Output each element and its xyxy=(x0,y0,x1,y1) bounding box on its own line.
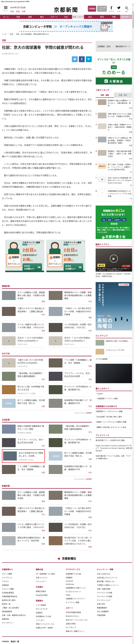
footer-link[interactable]: 子宮頸がん啓発キャンペーン xyxy=(97,583,129,587)
article-list-item[interactable]: 京都新聞旧７３１部隊巡る検証、京大側改めて否定「新たな…京都 xyxy=(49,449,92,463)
ranking-item[interactable]: 5新型肺炎、中国人観光客の接客で感染？ 京都で２人目、状態は安定市内 xyxy=(96,148,132,162)
subscriber-support-link[interactable]: 購読者様サポート xyxy=(116,45,130,48)
footer-link[interactable]: トマト倶楽部 xyxy=(36,603,63,607)
article-list-item[interactable]: 知らないと損！500円程度で株主になる方法PR(SBIネオモバイル証券) xyxy=(2,383,45,397)
footer-link[interactable]: Twitter xyxy=(66,594,94,597)
notice-item[interactable]: 【文化会館】3月の催し物のご案内 xyxy=(96,414,132,420)
footer-link[interactable]: 京都碁所 xyxy=(66,576,94,580)
footer-link[interactable]: 新春びわこ健康マラソン xyxy=(66,629,94,633)
nav-item-京都[interactable]: 京都 xyxy=(12,15,24,19)
article-list-item[interactable]: ネパール国籍女と共謀、虚偽書類を入管に提出 行政書士の男を起訴地域 xyxy=(2,289,45,305)
article-list-item[interactable]: 関西財界セミナーが開幕 経営者ら経済転換期の新しい企業像模索市内 xyxy=(49,489,92,505)
nav-item-経済[interactable]: 経済 xyxy=(96,15,108,19)
facebook-link[interactable]: f Facebook xyxy=(108,6,114,12)
footer-link[interactable]: マイベストジョブ xyxy=(97,598,129,602)
breadcrumb-item[interactable]: 社説 xyxy=(10,33,13,35)
category-tag[interactable]: 地域 xyxy=(64,516,92,518)
category-tag[interactable]: 市内 xyxy=(108,158,132,160)
ad-info-icon[interactable]: ⓘ xyxy=(130,282,131,284)
ranking-item[interactable]: 2京都で新型コロナウイルス感染の２人目 中国籍の20代男性市内 xyxy=(96,111,132,122)
article-category[interactable]: 京都 xyxy=(2,39,92,42)
footer-link[interactable]: エリアマップ xyxy=(2,576,33,580)
category-tag[interactable]: 地域 xyxy=(64,546,92,548)
footer-link[interactable]: 京都私立中学・高校展 xyxy=(36,626,63,630)
ranking-item[interactable]: 7忘日本人の忘れもの知恵会議【次世代へのメッセージ】Things to inhe… xyxy=(96,175,132,188)
kcg-banner-ad[interactable]: 京都コンピュータ学院 ≫ オープンキャンパス開催中 制作：ガイナックス xyxy=(19,21,113,32)
category-tag[interactable]: 京都 xyxy=(64,365,92,367)
breadcrumb-item[interactable]: トップ xyxy=(2,33,7,35)
footer-link[interactable]: パシャッP〜！ xyxy=(36,580,63,583)
category-tag[interactable]: 市内 xyxy=(64,431,92,433)
msad-insurance-ad[interactable]: ⓘ ✕新保険料に変わりました三井ダイレクト損保MS&AD INSURANCE G… xyxy=(46,240,85,272)
nav-item-社会[interactable]: 社会 xyxy=(60,15,72,19)
category-tag[interactable]: 市内 xyxy=(108,107,132,110)
footer-link[interactable]: 京料理味めぐりの会 xyxy=(36,614,63,618)
nav-item-ホーム[interactable]: ホーム xyxy=(0,15,12,19)
footer-link[interactable]: 販売所一覧 xyxy=(2,602,33,606)
footer-link[interactable]: NEWSmart xyxy=(66,582,94,586)
article-list-item[interactable]: パトカー追跡の3人乗りミニバイクが車と衝突 少年3人けが地域 xyxy=(2,521,45,534)
category-tag[interactable]: 京都 xyxy=(18,471,45,474)
footer-link[interactable]: 観光特集「京あれこれ」 xyxy=(97,580,129,583)
guide-item[interactable]: 京都新聞ライフライン情報 xyxy=(96,396,132,401)
footer-company[interactable]: 京都新聞社 xyxy=(62,557,76,560)
footer-link[interactable]: アクセス xyxy=(2,580,33,583)
footer-link[interactable]: 出版案内 xyxy=(36,611,63,614)
footer-link[interactable]: お話を絵にするコンクール xyxy=(97,576,129,580)
category-tag[interactable]: 市内 xyxy=(18,378,45,380)
pickup-item[interactable]: デジタル版関連 xyxy=(96,356,132,362)
msad-insurance-ad[interactable]: ⓘ ✕新保険料に変わりました三井ダイレクト損保MS&AD INSURANCE G… xyxy=(5,240,44,272)
article-list-item[interactable]: 京都新聞旧７３１部隊巡る検証、京大側改めて否定「新たな…京都 xyxy=(2,397,45,410)
category-tag[interactable]: 市内 xyxy=(18,313,45,316)
quick-link-社説[interactable]: 社説 xyxy=(16,10,20,12)
category-tag[interactable]: 市内 xyxy=(64,329,92,332)
tanomail-ad[interactable]: オフィスの「ない」をすぐにお届け! TANO たのめーる ⊘ 大塚商会 xyxy=(96,56,132,84)
category-tag[interactable]: 市内 xyxy=(18,444,45,447)
article-list-item[interactable]: 安倍晴明の子孫の墓ピンチ 京都、連絡取れず寺…市内 xyxy=(49,463,92,476)
footer-link[interactable]: Facebook xyxy=(66,580,94,582)
share-hatena-button[interactable]: B! xyxy=(86,56,92,62)
footer-link[interactable]: 京都・滋賀の病院 xyxy=(97,587,129,591)
nav-item-特集[interactable]: 特集 xyxy=(108,15,120,19)
pickup-photo-card[interactable] xyxy=(96,364,132,383)
nav-item-京都新聞から[interactable]: 京都新聞から xyxy=(120,15,132,19)
footer-link[interactable]: ことしるべ xyxy=(36,618,63,622)
article-list-item[interactable]: 「令和カード」切り替え名目でカード詐取 89歳女性が200万円被害地域 xyxy=(49,305,92,321)
footer-link[interactable]: 定期採用 xyxy=(2,583,33,587)
footer-link[interactable]: 教養図書案内 xyxy=(97,606,129,610)
share-facebook-button[interactable]: f xyxy=(79,56,85,62)
article-list-item[interactable]: ●天才か！？タバコ代が年間36万円から3万6000円に?!PR(DR.VAPE) xyxy=(49,334,92,348)
nav-item-文化・ライフ[interactable]: 文化・ライフ xyxy=(72,15,84,19)
article-list-item[interactable]: 三菱ロジスネクスト新社長に久保氏昇格へ 三菱重工業出身市内 xyxy=(2,305,45,321)
article-list-item[interactable]: パトカー追跡の3人乗りミニバイクが車と衝突 少年3人けが地域 xyxy=(2,321,45,334)
ranking-tab-京都・滋賀[interactable]: 京都・滋賀 xyxy=(96,92,114,98)
article-list-item[interactable]: 安倍晴明の子孫の墓ピンチ 京都、連絡取れず寺…市内 xyxy=(49,397,92,410)
footer-link[interactable]: 京都新聞DB+日経テレコン xyxy=(66,586,94,590)
footer-link[interactable]: 社会福祉事業団 xyxy=(2,591,33,594)
digital-login-button[interactable]: デジタル版 ログイン xyxy=(97,6,107,12)
footer-link[interactable]: マイベストプロ滋賀 xyxy=(97,594,129,598)
ranking-item[interactable]: 4中国からマスク１億枚注文「製造は無理」 新型肺炎「予防効果は限定的」指摘も京都 xyxy=(96,135,132,148)
quick-link-凡語[interactable]: 凡語 xyxy=(22,10,25,12)
lawyer-ad[interactable]: 問題解決の糸口は 私たちが見つけます！ 借金離婚交通事故相続 ✻✻✻ 争いごとや… xyxy=(96,206,132,239)
footer-link[interactable]: マイベストプロ京都 xyxy=(97,591,129,594)
ranking-item[interactable]: 6京都大好き第５５回は「日吉屋」の西堀さん、「フェニクシー」の橋寺さんと村上副市… xyxy=(96,162,132,175)
article-list-item[interactable]: 「違法収集」京大の誠意問う 琉球人遺骨返還請求…市内 xyxy=(2,370,45,383)
menu-button[interactable]: メニュー xyxy=(3,6,8,11)
article-list-item[interactable]: ７３１部隊「人体実験疑い」論文 京大「調査継…京都 xyxy=(2,463,45,476)
category-tag[interactable]: 市内 xyxy=(64,471,92,474)
footer-link[interactable]: お取り寄せ xyxy=(97,602,129,606)
category-tag[interactable]: 京都 xyxy=(108,144,132,147)
category-tag[interactable]: 地域 xyxy=(18,542,45,545)
ranking-item[interactable]: 8●京都新聞創刊140年記念プレゼントキャンペーン「トマトの花言葉」PR xyxy=(96,188,132,202)
footer-link[interactable]: 販売所の求人案内 xyxy=(2,598,33,602)
pickup-item[interactable]: こどもショット３６５日 xyxy=(96,347,132,356)
footer-link[interactable]: Web広告の案内 xyxy=(36,593,63,597)
video-thumbnail[interactable]: 嘘八百 大ヒット上映中 ▶ 「嘘八百 京町ロワイヤル」の中井貴一さん、佐々木蔵之… xyxy=(96,248,132,272)
footer-link[interactable]: 不動産情報 xyxy=(97,613,129,617)
category-tag[interactable]: 市内 xyxy=(64,300,92,302)
footer-link[interactable]: 後援申請 xyxy=(2,617,33,621)
category-tag[interactable]: 地域 xyxy=(18,329,45,332)
footer-link[interactable]: ご購読・試し読み案内 xyxy=(2,606,33,610)
category-tag[interactable]: 京都 xyxy=(108,131,132,134)
